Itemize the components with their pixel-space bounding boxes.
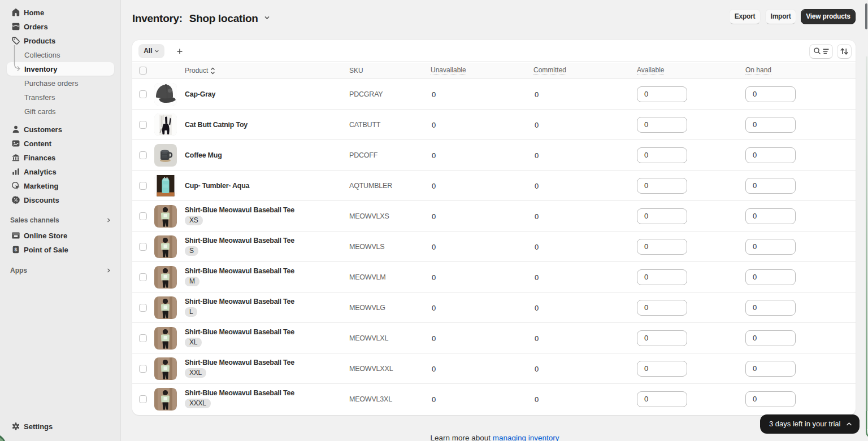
svg-text:$: $	[15, 247, 18, 252]
